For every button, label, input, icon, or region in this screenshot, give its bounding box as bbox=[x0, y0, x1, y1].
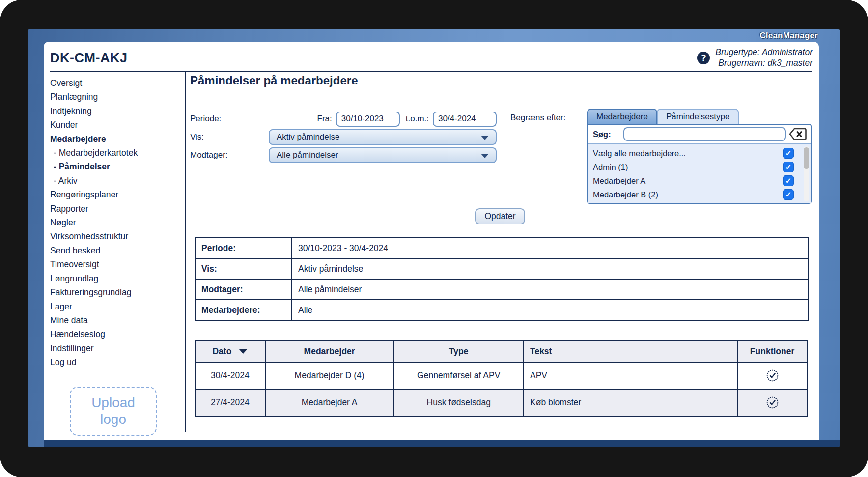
sidebar-item-mine-data[interactable]: Mine data bbox=[50, 313, 185, 327]
top-brand-band: CleanManager bbox=[28, 29, 840, 42]
list-item-label: Medarbejder A bbox=[593, 176, 645, 186]
sort-desc-icon bbox=[239, 349, 248, 354]
column-header-funktioner: Funktioner bbox=[737, 340, 807, 362]
sidebar-item-haendelseslog[interactable]: Hændelseslog bbox=[50, 327, 185, 341]
modtager-label: Modtager: bbox=[190, 150, 269, 160]
list-item-medarbejder-a[interactable]: Medarbejder A ✓ bbox=[588, 174, 811, 188]
fra-date-input[interactable] bbox=[336, 112, 400, 127]
sidebar-item-log-ud[interactable]: Log ud bbox=[50, 355, 185, 369]
checkbox-checked-icon[interactable]: ✓ bbox=[783, 148, 794, 159]
app-body: Oversigt Planlægning Indtjekning Kunder … bbox=[44, 72, 819, 440]
bottom-strip bbox=[44, 440, 840, 447]
summary-value: Alle bbox=[292, 300, 808, 320]
table-row: Periode: 30/10-2023 - 30/4-2024 bbox=[195, 238, 808, 258]
list-item-select-all[interactable]: Vælg alle medarbejdere... ✓ bbox=[588, 146, 811, 160]
sidebar-item-medarbejdere[interactable]: Medarbejdere bbox=[50, 132, 185, 146]
sidebar-item-indstillinger[interactable]: Indstillinger bbox=[50, 341, 185, 355]
cell-tekst: APV bbox=[524, 362, 737, 389]
complete-check-icon[interactable] bbox=[766, 369, 779, 382]
list-item-label: Medarbejder B (2) bbox=[593, 190, 658, 199]
checkbox-checked-icon[interactable]: ✓ bbox=[783, 162, 794, 172]
cell-medarbejder: Medarbejder A bbox=[265, 389, 394, 416]
summary-label: Modtager: bbox=[195, 279, 292, 300]
begraens-tabs-panel: Medarbejdere Påmindelsestype Søg: bbox=[587, 109, 812, 204]
table-row: Modtager: Alle påmindelser bbox=[195, 279, 808, 300]
sidebar-item-timeoversigt[interactable]: Timeoversigt bbox=[50, 257, 185, 271]
summary-label: Periode: bbox=[195, 238, 292, 258]
app-screen: CleanManager DK-CM-AKJ ? Brugertype: Adm… bbox=[28, 29, 840, 447]
checkbox-checked-icon[interactable]: ✓ bbox=[783, 189, 794, 200]
search-input[interactable] bbox=[623, 127, 786, 141]
table-row: Vis: Aktiv påmindelse bbox=[195, 258, 808, 279]
page-title: DK-CM-AKJ bbox=[50, 51, 127, 66]
sidebar-item-lager[interactable]: Lager bbox=[50, 300, 185, 313]
cell-dato: 27/4-2024 bbox=[195, 389, 265, 416]
column-header-tekst[interactable]: Tekst bbox=[524, 340, 737, 362]
app-card: DK-CM-AKJ ? Brugertype: Administrator Br… bbox=[44, 42, 819, 440]
begraens-label: Begræns efter: bbox=[510, 113, 587, 123]
list-item-admin[interactable]: Admin (1) ✓ bbox=[588, 160, 811, 174]
modtager-select[interactable]: Alle påmindelser bbox=[269, 147, 497, 163]
upload-logo-label-line2: logo bbox=[100, 411, 126, 428]
content-title: Påmindelser på medarbejdere bbox=[190, 74, 358, 87]
vis-row: Vis: Aktiv påmindelse bbox=[190, 129, 497, 145]
list-scrollbar[interactable] bbox=[804, 146, 809, 201]
summary-label: Medarbejdere: bbox=[195, 300, 292, 320]
sidebar-item-indtjekning[interactable]: Indtjekning bbox=[50, 104, 185, 118]
cell-tekst: Køb blomster bbox=[524, 389, 737, 416]
filter-form: Periode: Fra: t.o.m.: Vis: Aktiv påminde… bbox=[190, 111, 497, 165]
list-item-label: Vælg alle medarbejdere... bbox=[593, 149, 686, 158]
tab-paamindelsestype[interactable]: Påmindelsestype bbox=[657, 109, 739, 125]
list-item-label: Admin (1) bbox=[593, 163, 628, 172]
fra-label: Fra: bbox=[317, 114, 336, 124]
main-content: Påmindelser på medarbejdere Periode: Fra… bbox=[186, 72, 819, 440]
table-row: 27/4-2024 Medarbejder A Husk fødselsdag … bbox=[195, 389, 807, 416]
sidebar-item-paamindelser[interactable]: - Påmindelser bbox=[50, 160, 185, 173]
sidebar-item-noegler[interactable]: Nøgler bbox=[50, 216, 185, 229]
column-header-dato[interactable]: Dato bbox=[195, 340, 265, 362]
summary-value: Aktiv påmindelse bbox=[292, 258, 808, 279]
column-header-medarbejder[interactable]: Medarbejder bbox=[265, 340, 394, 362]
complete-check-icon[interactable] bbox=[766, 396, 779, 409]
sidebar-item-arkiv[interactable]: - Arkiv bbox=[50, 174, 185, 188]
sidebar-item-send-besked[interactable]: Send besked bbox=[50, 244, 185, 257]
table-row: 30/4-2024 Medarbejder D (4) Gennemførsel… bbox=[195, 362, 807, 389]
sidebar-item-virksomhedsstruktur[interactable]: Virksomhedsstruktur bbox=[50, 229, 185, 243]
cell-medarbejder: Medarbejder D (4) bbox=[265, 362, 394, 389]
opdater-button[interactable]: Opdater bbox=[475, 208, 525, 224]
tom-date-input[interactable] bbox=[433, 112, 497, 127]
sidebar-item-planlaegning[interactable]: Planlægning bbox=[50, 90, 185, 104]
column-header-type[interactable]: Type bbox=[393, 340, 524, 362]
brand-logo: CleanManager bbox=[759, 31, 818, 40]
sidebar-item-kunder[interactable]: Kunder bbox=[50, 118, 185, 132]
help-icon[interactable]: ? bbox=[697, 52, 710, 64]
periode-label: Periode: bbox=[190, 114, 269, 124]
sidebar-item-oversigt[interactable]: Oversigt bbox=[50, 76, 185, 90]
upload-logo-label-line1: Upload bbox=[91, 394, 135, 411]
sidebar-item-faktureringsgrundlag[interactable]: Faktureringsgrundlag bbox=[50, 285, 185, 299]
vis-label: Vis: bbox=[190, 132, 269, 142]
clear-search-icon[interactable] bbox=[789, 127, 808, 141]
table-header-row: Dato Medarbejder Type Tekst Funktioner bbox=[195, 340, 807, 362]
search-row: Søg: bbox=[588, 125, 811, 143]
app-header: DK-CM-AKJ ? Brugertype: Administrator Br… bbox=[50, 42, 812, 72]
sidebar-item-medarbejderkartotek[interactable]: - Medarbejderkartotek bbox=[50, 146, 185, 160]
list-item-medarbejder-b[interactable]: Medarbejder B (2) ✓ bbox=[588, 188, 811, 201]
sidebar-item-rengoeringsplaner[interactable]: Rengøringsplaner bbox=[50, 188, 185, 201]
tab-medarbejdere[interactable]: Medarbejdere bbox=[587, 109, 657, 125]
upload-logo-button[interactable]: Upload logo bbox=[70, 387, 157, 436]
modtager-select-value: Alle påmindelser bbox=[277, 150, 338, 160]
employee-list: Vælg alle medarbejdere... ✓ Admin (1) ✓ … bbox=[588, 143, 811, 203]
sidebar-item-rapporter[interactable]: Rapporter bbox=[50, 202, 185, 216]
sidebar: Oversigt Planlægning Indtjekning Kunder … bbox=[44, 72, 185, 440]
sidebar-item-loengrundlag[interactable]: Løngrundlag bbox=[50, 272, 185, 285]
periode-row: Periode: Fra: t.o.m.: bbox=[190, 111, 497, 127]
dato-header-label: Dato bbox=[212, 346, 231, 357]
table-row: Medarbejdere: Alle bbox=[195, 300, 808, 320]
summary-value: 30/10-2023 - 30/4-2024 bbox=[292, 238, 808, 258]
vis-select[interactable]: Aktiv påmindelse bbox=[269, 129, 497, 145]
list-scrollbar-thumb[interactable] bbox=[804, 147, 809, 169]
user-name: Brugernavn: dk3_master bbox=[715, 58, 812, 69]
modtager-row: Modtager: Alle påmindelser bbox=[190, 147, 497, 164]
checkbox-checked-icon[interactable]: ✓ bbox=[783, 175, 794, 186]
